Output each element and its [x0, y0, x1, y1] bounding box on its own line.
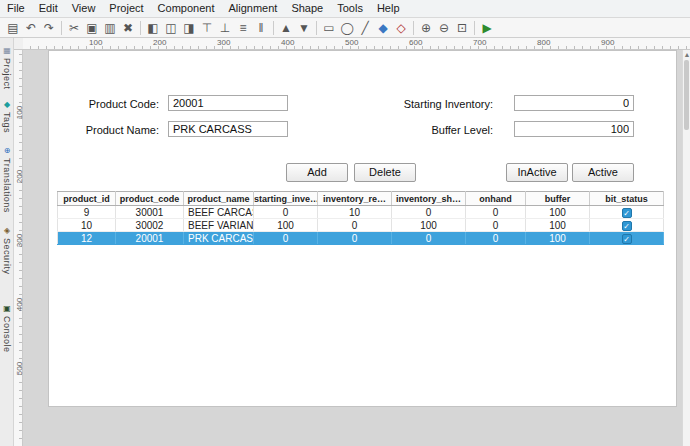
scroll-up-icon[interactable]: ▲	[683, 50, 690, 60]
align-left-icon[interactable]: ◧	[144, 19, 162, 37]
stroke-color-icon[interactable]: ◇	[392, 19, 410, 37]
sidebar-item-translations[interactable]: ⊕ Translations	[0, 146, 14, 213]
cell-starting-inventory: 0	[254, 206, 318, 219]
sidebar-item-tags[interactable]: ◆ Tags	[0, 100, 14, 133]
distribute-horizontal-icon[interactable]: ≡	[234, 19, 252, 37]
zoom-out-icon[interactable]: ⊖	[435, 19, 453, 37]
zoom-reset-icon[interactable]: ⊡	[453, 19, 471, 37]
distribute-vertical-icon[interactable]: ‖	[252, 19, 270, 37]
fill-color-icon[interactable]: ◆	[374, 19, 392, 37]
bring-forward-icon[interactable]: ▲	[277, 19, 295, 37]
product-name-field[interactable]	[168, 121, 288, 137]
preview-play-icon[interactable]: ▶	[478, 19, 496, 37]
horizontal-ruler: 100 200 300 400 500 600 700 800 900	[23, 38, 690, 50]
checkbox-checked-icon[interactable]	[622, 221, 632, 231]
column-header[interactable]: product_name	[184, 192, 254, 206]
delete-button[interactable]: Delete	[354, 163, 416, 182]
cell-onhand: 0	[466, 232, 526, 245]
sidebar-item-label: Tags	[2, 112, 12, 133]
menu-help[interactable]: Help	[370, 0, 407, 17]
checkbox-checked-icon[interactable]	[622, 208, 632, 218]
column-header[interactable]: bit_status	[590, 192, 664, 206]
table-row-selected[interactable]: 12 20001 PRK CARCASS 0 0 0 0 100	[58, 232, 664, 245]
undo-icon[interactable]: ↶	[22, 19, 40, 37]
active-button[interactable]: Active	[572, 163, 634, 182]
toolbar-separator	[316, 21, 317, 35]
toolbar-separator	[273, 21, 274, 35]
project-icon: ▦	[3, 46, 11, 56]
column-header[interactable]: product_id	[58, 192, 116, 206]
cell-inventory-shipped: 0	[392, 206, 466, 219]
menu-edit[interactable]: Edit	[32, 0, 65, 17]
column-header[interactable]: buffer	[526, 192, 590, 206]
align-center-horizontal-icon[interactable]: ◫	[162, 19, 180, 37]
sidebar-item-project[interactable]: ▦ Project	[0, 46, 14, 90]
ruler-label: 900	[601, 38, 614, 47]
cell-inventory-received: 0	[318, 232, 392, 245]
menu-shape[interactable]: Shape	[284, 0, 330, 17]
table-row[interactable]: 10 30002 BEEF VARIANCE 100 0 100 0 100	[58, 219, 664, 232]
table-row[interactable]: 9 30001 BEEF CARCASS 0 10 0 0 100	[58, 206, 664, 219]
designer-window: File Edit View Project Component Alignme…	[0, 0, 690, 446]
sidebar-item-label: Security	[2, 238, 12, 275]
toolbar-separator	[61, 21, 62, 35]
delete-icon[interactable]: ✖	[119, 19, 137, 37]
column-header[interactable]: inventory_sh…	[392, 192, 466, 206]
copy-icon[interactable]: ▣	[83, 19, 101, 37]
cell-product-name: PRK CARCASS	[184, 232, 254, 245]
cell-product-code: 30002	[116, 219, 184, 232]
buffer-level-field[interactable]	[514, 121, 634, 137]
zoom-in-icon[interactable]: ⊕	[417, 19, 435, 37]
product-code-field[interactable]	[168, 95, 288, 111]
column-header[interactable]: product_code	[116, 192, 184, 206]
column-header[interactable]: inventory_re…	[318, 192, 392, 206]
align-top-icon[interactable]: ⊤	[198, 19, 216, 37]
cell-inventory-received: 10	[318, 206, 392, 219]
ruler-label: 400	[281, 38, 294, 47]
align-bottom-icon[interactable]: ⊥	[216, 19, 234, 37]
sidebar-item-console[interactable]: ▣ Console	[0, 304, 14, 353]
translations-icon: ⊕	[4, 146, 11, 156]
checkbox-checked-icon[interactable]	[622, 234, 632, 244]
cell-bit-status	[590, 219, 664, 232]
scrollbar-thumb[interactable]	[684, 60, 689, 130]
redo-icon[interactable]: ↷	[40, 19, 58, 37]
cell-starting-inventory: 0	[254, 232, 318, 245]
product-name-label: Product Name:	[63, 124, 159, 136]
menu-component[interactable]: Component	[151, 0, 222, 17]
buffer-level-label: Buffer Level:	[393, 124, 493, 136]
dock-tab-strip: ▦ Project ◆ Tags ⊕ Translations ◈ Securi…	[0, 38, 14, 446]
align-right-icon[interactable]: ◨	[180, 19, 198, 37]
product-table: product_id product_code product_name sta…	[57, 191, 664, 245]
add-button[interactable]: Add	[286, 163, 348, 182]
tags-icon: ◆	[4, 100, 10, 110]
sidebar-item-security[interactable]: ◈ Security	[0, 226, 14, 275]
ruler-label: 300	[217, 38, 230, 47]
menu-alignment[interactable]: Alignment	[221, 0, 284, 17]
table-header-row: product_id product_code product_name sta…	[58, 192, 664, 206]
toolbar-separator	[474, 21, 475, 35]
cell-buffer: 100	[526, 232, 590, 245]
inactive-button[interactable]: InActive	[506, 163, 568, 182]
line-tool-icon[interactable]: ╱	[356, 19, 374, 37]
vertical-ruler: 100 200 300 400 500	[14, 50, 23, 446]
toolbar-separator	[413, 21, 414, 35]
send-backward-icon[interactable]: ▼	[295, 19, 313, 37]
menu-project[interactable]: Project	[102, 0, 150, 17]
paste-icon[interactable]: ▥	[101, 19, 119, 37]
ellipse-tool-icon[interactable]: ◯	[338, 19, 356, 37]
sidebar-item-label: Console	[2, 316, 12, 353]
design-canvas[interactable]: Product Code: Product Name: Starting Inv…	[48, 50, 677, 407]
starting-inventory-field[interactable]	[514, 95, 634, 111]
column-header[interactable]: onhand	[466, 192, 526, 206]
save-icon[interactable]: ▤	[4, 19, 22, 37]
vertical-scrollbar[interactable]: ▲	[682, 50, 690, 446]
column-header[interactable]: starting_inve…	[254, 192, 318, 206]
cell-starting-inventory: 100	[254, 219, 318, 232]
rectangle-tool-icon[interactable]: ▭	[320, 19, 338, 37]
menu-view[interactable]: View	[65, 0, 103, 17]
cut-icon[interactable]: ✂	[65, 19, 83, 37]
menu-file[interactable]: File	[0, 0, 32, 17]
menu-tools[interactable]: Tools	[330, 0, 370, 17]
cell-inventory-received: 0	[318, 219, 392, 232]
